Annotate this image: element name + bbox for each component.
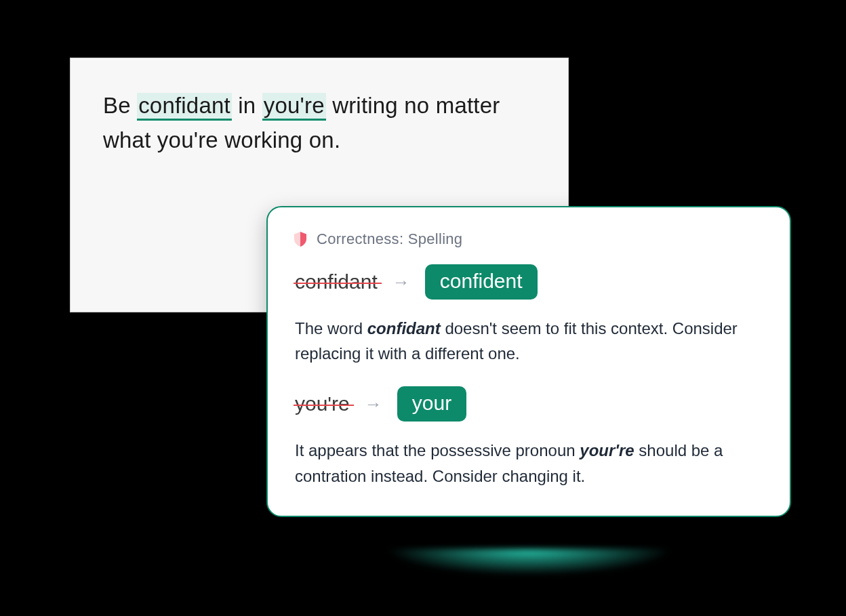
decorative-glow bbox=[325, 549, 732, 616]
replacement-chip[interactable]: confident bbox=[425, 264, 538, 300]
correction-row: confidant → confident bbox=[295, 264, 763, 300]
suggestion-header: Correctness: Spelling bbox=[294, 230, 763, 248]
error-highlight-confidant[interactable]: confidant bbox=[137, 93, 232, 121]
replacement-chip[interactable]: your bbox=[397, 386, 466, 422]
suggestion-card: Correctness: Spelling confidant → confid… bbox=[266, 206, 791, 517]
original-word: you're bbox=[295, 392, 350, 415]
arrow-icon: → bbox=[365, 394, 382, 415]
editor-text[interactable]: Be confidant in you're writing no matter… bbox=[103, 88, 536, 157]
error-highlight-youre[interactable]: you're bbox=[262, 93, 326, 121]
correction-row: you're → your bbox=[295, 386, 763, 422]
shield-icon bbox=[294, 232, 307, 247]
explanation-text: The word confidant doesn't seem to fit t… bbox=[295, 316, 763, 366]
text-fragment: Be bbox=[103, 93, 137, 118]
explanation-text: It appears that the possessive pronoun y… bbox=[295, 438, 763, 488]
suggestion-category: Correctness: Spelling bbox=[317, 230, 462, 248]
original-word: confidant bbox=[295, 270, 378, 293]
text-fragment: in bbox=[232, 93, 262, 118]
arrow-icon: → bbox=[392, 272, 410, 293]
